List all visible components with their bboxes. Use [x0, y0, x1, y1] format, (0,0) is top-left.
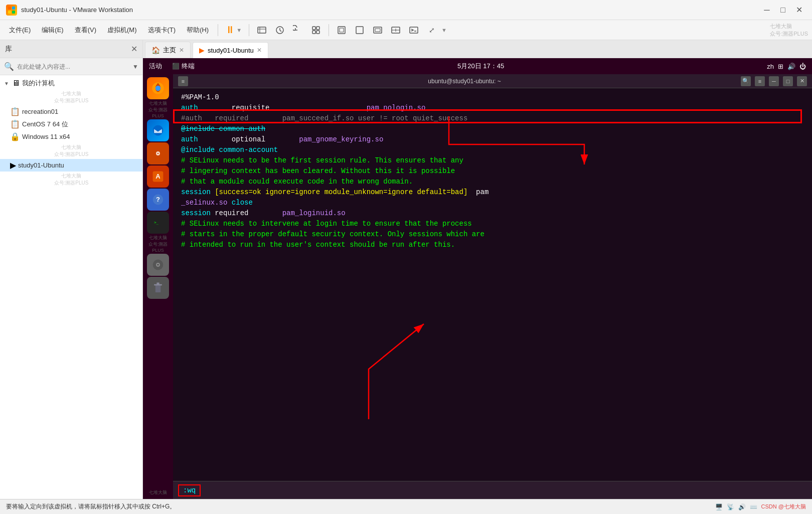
- tree-item-recreation01[interactable]: 📋 recreation01: [0, 105, 142, 118]
- status-keyboard-icon: ⌨️: [750, 503, 757, 510]
- tree-item-centos[interactable]: 📋 CentOS 7 64 位: [0, 118, 142, 130]
- system-tray: zh ⊞ 🔊 ⏻: [767, 63, 806, 70]
- separator-1: [218, 24, 218, 36]
- app-icon: [6, 5, 17, 16]
- dock-watermark-2: 七堆大脑众号:溯器PLUS: [143, 235, 173, 253]
- terminal-menu-btn[interactable]: ≡: [178, 76, 188, 86]
- sidebar-close-button[interactable]: ✕: [131, 44, 137, 54]
- send-ctrl-alt-del-button[interactable]: [253, 22, 270, 38]
- separator-3: [329, 24, 329, 36]
- command-line-area: :wq: [173, 481, 812, 499]
- code-line-12: # SELinux needs to intervene at login ti…: [181, 219, 804, 229]
- tab-home-close[interactable]: ✕: [179, 47, 184, 54]
- toolbar-group-2: ⤢ ▼: [333, 22, 447, 38]
- dock-thunderbird[interactable]: [147, 119, 169, 141]
- code-line-4: auth optional pam_gnome_keyring.so: [181, 134, 804, 145]
- sidebar-watermark-1: 七堆大脑众号:溯器PLUS: [0, 89, 142, 105]
- menu-view[interactable]: 查看(V): [70, 24, 101, 37]
- desktop-area: 七堆大脑众号:溯器PLUS: [143, 74, 812, 499]
- clock-display: 5月20日 17：45: [457, 62, 504, 71]
- close-button[interactable]: ✕: [792, 3, 806, 17]
- pause-icon: ⏸: [225, 24, 235, 36]
- vm-icon: 📋: [10, 107, 20, 116]
- home-icon: 🏠: [151, 46, 160, 54]
- dock-rhythmbox[interactable]: [147, 142, 169, 164]
- svg-rect-3: [12, 11, 15, 14]
- terminal-body[interactable]: #%PAM-1.0 auth requisite pam_nologin.so …: [173, 88, 812, 481]
- dock-disk[interactable]: [147, 254, 169, 276]
- svg-rect-11: [316, 31, 319, 34]
- autofit-button[interactable]: [387, 22, 404, 38]
- single-window-button[interactable]: [351, 22, 368, 38]
- fullscreen-button[interactable]: [333, 22, 350, 38]
- command-box[interactable]: :wq: [178, 484, 201, 496]
- tree-expand-icon: ▼: [4, 81, 10, 86]
- dock-terminal[interactable]: >_: [147, 212, 169, 234]
- toolbar-arrow: ▼: [441, 27, 447, 33]
- terminal-close-btn[interactable]: ✕: [797, 76, 807, 86]
- terminal-menu-btn2[interactable]: ≡: [755, 76, 765, 86]
- sidebar: 库 ✕ 🔍 ▼ ▼ 🖥 我的计算机 七堆大脑众号:溯器PLUS 📋 recrea…: [0, 40, 143, 499]
- code-line-0: #%PAM-1.0: [181, 92, 804, 103]
- code-line-14: # intended to run in the user's context …: [181, 240, 804, 250]
- terminal-button[interactable]: [405, 22, 422, 38]
- code-line-7: # lingering context has been cleared. Wi…: [181, 166, 804, 177]
- menu-edit[interactable]: 编辑(E): [37, 24, 68, 37]
- menu-file[interactable]: 文件(E): [4, 24, 36, 37]
- dock-help[interactable]: ?: [147, 189, 169, 211]
- terminal-maximize-btn[interactable]: □: [783, 76, 793, 86]
- status-text: 要将输入定向到该虚拟机，请将鼠标指针移入其中或按 Ctrl+G。: [6, 502, 176, 511]
- pause-arrow: ▼: [236, 27, 242, 33]
- sidebar-search-bar[interactable]: 🔍 ▼: [0, 58, 142, 75]
- svg-text:>_: >_: [154, 220, 158, 225]
- pause-button[interactable]: ⏸ ▼: [222, 23, 245, 37]
- tree-item-ubuntu[interactable]: ▶ study01-Ubuntu: [0, 159, 142, 172]
- more-button[interactable]: ⤢: [423, 22, 440, 38]
- separator-2: [249, 24, 249, 36]
- search-dropdown-arrow[interactable]: ▼: [132, 63, 138, 70]
- svg-rect-13: [340, 28, 344, 32]
- svg-text:A: A: [155, 173, 160, 180]
- terminal-minimize-btn[interactable]: ─: [769, 76, 779, 86]
- code-line-5: @include common-account: [181, 145, 804, 155]
- status-volume-icon: 🔊: [738, 503, 746, 510]
- tab-home[interactable]: 🏠 主页 ✕: [145, 42, 191, 58]
- window-controls: ─ □ ✕: [760, 3, 806, 17]
- maximize-button[interactable]: □: [776, 3, 790, 17]
- status-bar: 要将输入定向到该虚拟机，请将鼠标指针移入其中或按 Ctrl+G。 🖥️ 📡 🔊 …: [0, 499, 812, 514]
- volume-icon: 🔊: [787, 63, 795, 70]
- toolbar-group-1: ⏸ ▼: [222, 22, 324, 38]
- fit-guest-button[interactable]: [369, 22, 386, 38]
- command-text: :wq: [183, 486, 196, 494]
- tab-ubuntu[interactable]: ▶ study01-Ubuntu ✕: [193, 42, 268, 58]
- status-network-icon: 📡: [727, 503, 734, 510]
- minimize-button[interactable]: ─: [760, 3, 774, 17]
- search-input[interactable]: [17, 63, 129, 70]
- snapshot-button[interactable]: [271, 22, 288, 38]
- activity-label[interactable]: 活动: [149, 62, 162, 71]
- snapshot-manager-button[interactable]: [307, 22, 324, 38]
- code-line-6: # SELinux needs to be the first session …: [181, 155, 804, 166]
- tree-item-my-computer[interactable]: ▼ 🖥 我的计算机: [0, 77, 142, 89]
- power-icon[interactable]: ⏻: [799, 63, 806, 70]
- code-line-1: auth requisite pam_nologin.so: [181, 103, 804, 113]
- dock-appstore[interactable]: A: [147, 165, 169, 188]
- dock-trash[interactable]: [147, 277, 169, 299]
- ubuntu-tab-icon: ▶: [199, 46, 205, 54]
- svg-point-23: [155, 86, 160, 91]
- svg-rect-0: [8, 7, 11, 10]
- menu-help[interactable]: 帮助(H): [182, 24, 214, 37]
- menu-vm[interactable]: 虚拟机(M): [102, 24, 142, 37]
- dock-firefox[interactable]: [147, 77, 169, 99]
- tab-ubuntu-close[interactable]: ✕: [257, 47, 262, 54]
- vm-content[interactable]: 活动 ⬛ 终端 5月20日 17：45 zh ⊞ 🔊 ⏻: [143, 58, 812, 499]
- code-line-8: # that a module could execute code in th…: [181, 177, 804, 187]
- svg-rect-10: [312, 31, 315, 34]
- svg-rect-39: [156, 283, 159, 285]
- menu-tab[interactable]: 选项卡(T): [143, 24, 181, 37]
- sidebar-title: 库: [5, 45, 12, 54]
- revert-button[interactable]: [289, 22, 306, 38]
- terminal-search-btn[interactable]: 🔍: [741, 76, 751, 86]
- svg-rect-4: [258, 27, 266, 33]
- tree-item-windows11[interactable]: 🔒 Windows 11 x64: [0, 130, 142, 143]
